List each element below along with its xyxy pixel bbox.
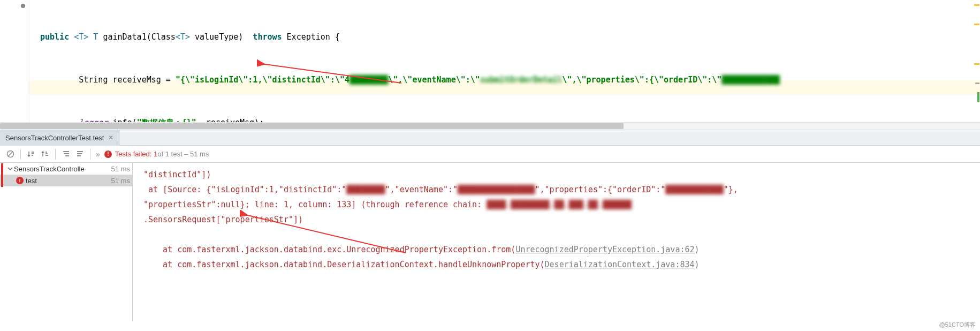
editor-overview-ruler[interactable] [974, 0, 980, 122]
code-content[interactable]: public <T> T gainData1(Class<T> valueTyp… [0, 0, 980, 122]
horizontal-scrollbar[interactable] [0, 122, 980, 130]
sort-down-icon[interactable] [25, 148, 37, 160]
code-line-1: public <T> T gainData1(Class<T> valueTyp… [40, 30, 980, 44]
console-line: .SensorsRequest["propertiesStr"]) [143, 212, 969, 227]
tree-root[interactable]: SensorsTrackControlle 51 ms [0, 163, 132, 175]
console-line: at com.fasterxml.jackson.databind.exc.Un… [143, 242, 969, 257]
disable-icon[interactable] [4, 148, 16, 160]
console-blank [143, 227, 969, 242]
console-line: "propertiesStr":null}; line: 1, column: … [143, 197, 969, 212]
stack-link[interactable]: UnrecognizedPropertyException.java:62 [515, 245, 694, 254]
scrollbar-thumb[interactable] [0, 123, 624, 129]
chevron-down-icon [7, 166, 13, 171]
tree-test-time: 51 ms [111, 177, 130, 185]
editor-gutter [0, 0, 29, 122]
test-toolbar: » ! Tests failed: 1 of 1 test – 51 ms [0, 146, 980, 163]
code-line-2: String receiveMsg = "{\"isLoginId\":1,\"… [40, 73, 980, 87]
tree-root-label: SensorsTrackControlle [14, 165, 111, 173]
console-line: at com.fasterxml.jackson.databind.Deseri… [143, 257, 969, 272]
test-status: ! Tests failed: 1 of 1 test – 51 ms [104, 150, 209, 158]
tree-root-time: 51 ms [111, 165, 130, 173]
stack-link[interactable]: DeserializationContext.java:834 [545, 260, 695, 269]
sort-up-icon[interactable] [39, 148, 51, 160]
watermark: @51CTO博客 [939, 321, 976, 329]
fail-label: Tests failed: 1 [115, 150, 158, 158]
collapse-icon[interactable] [74, 148, 86, 160]
svg-point-0 [21, 4, 25, 8]
test-tree[interactable]: SensorsTrackControlle 51 ms ! test 51 ms [0, 163, 133, 321]
code-editor[interactable]: public <T> T gainData1(Class<T> valueTyp… [0, 0, 980, 122]
fail-icon: ! [104, 151, 112, 158]
test-results: SensorsTrackControlle 51 ms ! test 51 ms… [0, 163, 980, 321]
override-icon [20, 3, 26, 9]
fail-icon: ! [16, 177, 24, 184]
svg-line-4 [8, 152, 13, 156]
fail-summary: of 1 test – 51 ms [157, 150, 209, 158]
expand-icon[interactable] [60, 148, 72, 160]
console-line: "distinctId"]) [143, 167, 969, 182]
console-line: at [Source: {"isLoginId":1,"distinctId":… [143, 182, 969, 197]
tree-test-item[interactable]: ! test 51 ms [0, 175, 132, 186]
run-tab-bar: SensorsTrackControllerTest.test ✕ [0, 130, 980, 146]
code-line-3: logger.info("数据信息：{}", receiveMsg); [40, 116, 980, 122]
close-icon[interactable]: ✕ [108, 134, 113, 141]
tree-test-label: test [26, 177, 111, 185]
console-output[interactable]: "distinctId"]) at [Source: {"isLoginId":… [133, 163, 980, 321]
test-tab[interactable]: SensorsTrackControllerTest.test ✕ [0, 130, 119, 146]
tab-label: SensorsTrackControllerTest.test [5, 134, 104, 142]
run-indicator [1, 163, 3, 187]
more-icon[interactable]: » [96, 150, 100, 159]
